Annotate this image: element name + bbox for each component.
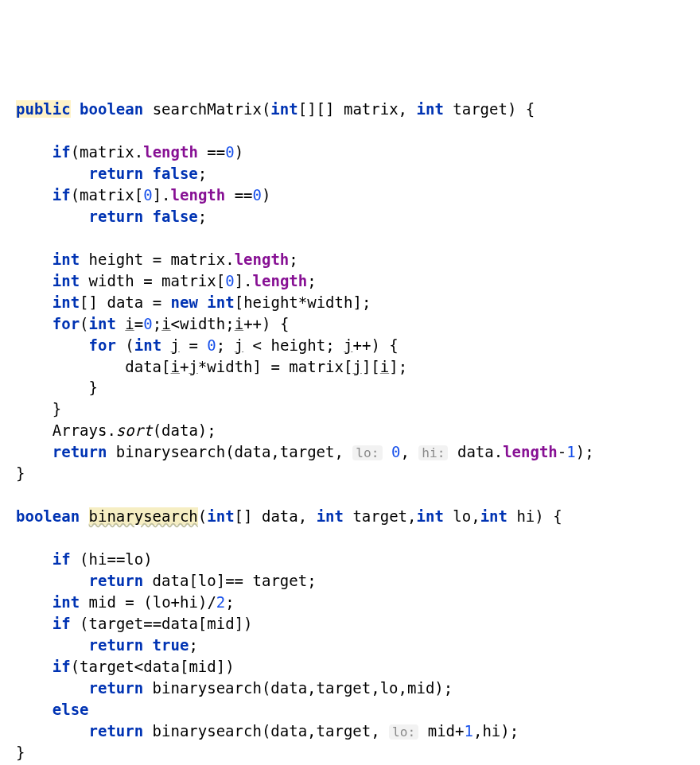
method-sort: sort (116, 421, 153, 439)
punct: , (270, 443, 279, 460)
punct: [ (298, 100, 307, 118)
keyword-boolean: boolean (16, 507, 80, 525)
punct: , (471, 507, 480, 525)
ident-mid: mid (407, 679, 434, 697)
punct: ; (362, 293, 371, 311)
punct: ) (262, 186, 270, 204)
param-hint-lo: lo: (352, 445, 382, 460)
punct: ) (434, 679, 443, 697)
keyword-false: false (153, 165, 198, 182)
keyword-return: return (89, 722, 144, 740)
line: int mid = (lo+hi)/2; (16, 593, 235, 611)
ident-data: data (235, 443, 271, 460)
punct: + (171, 593, 180, 611)
line: for (int j = 0; j < height; j++) { (16, 336, 399, 354)
punct: ; (153, 315, 161, 332)
punct: [ (134, 186, 143, 204)
punct: } (52, 400, 61, 417)
keyword-int: int (52, 272, 80, 289)
punct: { (280, 315, 289, 332)
ident-i: i (171, 358, 180, 375)
punct: ] (362, 358, 371, 375)
keyword-if: if (52, 186, 71, 204)
punct: ; (307, 272, 316, 289)
ident-hi: hi (516, 507, 535, 525)
ident-i: i (235, 315, 243, 332)
punct: ) (508, 100, 516, 118)
punct: [ (235, 507, 243, 525)
ident-hi: hi (482, 722, 500, 740)
punct: ++ (243, 315, 262, 332)
punct: ; (444, 679, 453, 697)
keyword-int: int (52, 293, 80, 311)
punct: [ (371, 358, 379, 375)
punct: ( (80, 315, 88, 332)
punct: ) (576, 443, 585, 460)
punct: == (235, 186, 253, 204)
keyword-false: false (153, 208, 198, 225)
field-length: length (235, 250, 290, 268)
punct: ; (225, 315, 234, 332)
punct: ; (198, 208, 207, 225)
keyword-int: int (317, 507, 344, 525)
punct: ( (143, 593, 152, 611)
ident-binarysearch: binarysearch (153, 722, 262, 740)
line: Arrays.sort(data); (16, 421, 216, 439)
keyword-if: if (52, 550, 71, 568)
punct: == (225, 572, 243, 589)
keyword-int: int (270, 100, 298, 118)
punct: , (473, 722, 482, 740)
punct: - (558, 443, 566, 460)
ident-target: target (280, 443, 335, 460)
punct: = (153, 293, 161, 311)
punct: . (225, 250, 234, 268)
number-zero: 0 (143, 315, 152, 332)
punct: ] (153, 186, 161, 204)
punct: < (171, 315, 180, 332)
keyword-int: int (207, 293, 234, 311)
punct: ] (243, 507, 252, 525)
line: } (16, 379, 98, 396)
punct: [ (216, 272, 225, 289)
keyword-else: else (52, 701, 89, 718)
keyword-if: if (52, 658, 71, 675)
ident-data: data (153, 572, 189, 589)
line: return false; (16, 165, 207, 182)
punct: = (134, 315, 143, 332)
ident-data: data (270, 722, 307, 740)
line: } (16, 464, 25, 482)
ident-target: target (89, 615, 144, 632)
line: else (16, 701, 89, 718)
number-zero: 0 (225, 272, 234, 289)
line: if (hi==lo) (16, 550, 153, 568)
ident-j: j (171, 336, 180, 354)
punct: ) (535, 507, 543, 525)
punct: == (143, 615, 161, 632)
punct: , (334, 443, 343, 460)
punct: [ (161, 358, 170, 375)
punct: ( (71, 143, 80, 161)
punct: } (89, 379, 98, 396)
line: } (16, 400, 61, 417)
punct: ) (225, 658, 234, 675)
punct: = (153, 250, 161, 268)
punct: . (494, 443, 503, 460)
ident-hi: hi (180, 593, 198, 611)
punct: ; (207, 421, 216, 439)
ident-lo: lo (380, 679, 399, 697)
ident-data: data (270, 679, 307, 697)
line: return false; (16, 208, 207, 225)
line: return binarysearch(data,target,lo,mid); (16, 679, 453, 697)
keyword-int: int (417, 100, 444, 118)
punct: = (143, 272, 152, 289)
punct: ) (235, 143, 243, 161)
field-length: length (503, 443, 558, 460)
punct: = (189, 336, 197, 354)
punct: ( (262, 100, 270, 118)
param-hint-hi: hi: (418, 445, 448, 460)
ident-lo: lo (125, 550, 143, 568)
punct: . (243, 272, 252, 289)
ident-i: i (161, 315, 170, 332)
ident-width: width (307, 293, 352, 311)
keyword-int: int (417, 507, 444, 525)
